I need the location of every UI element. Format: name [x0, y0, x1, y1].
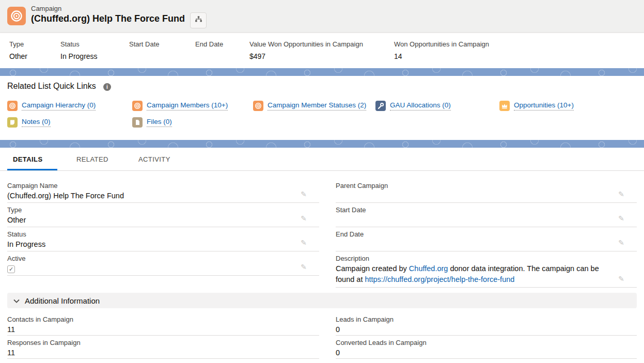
field-label: Converted Leads in Campaign — [336, 336, 637, 346]
field-value: In Progress — [7, 238, 319, 248]
related-list-quick-links-card: Related List Quick Links i Campaign Hier… — [0, 76, 644, 140]
field-label: End Date — [336, 227, 637, 238]
edit-pencil-icon[interactable]: ✎ — [301, 214, 307, 223]
field-label: Parent Campaign — [336, 179, 637, 190]
active-tab-underline — [7, 169, 57, 170]
field-value: 0 — [336, 346, 637, 357]
highlight-start-date: Start Date — [129, 40, 160, 52]
quicklink-notes[interactable]: Notes (0) — [7, 117, 51, 128]
quicklink-campaign-hierarchy[interactable]: Campaign Hierarchy (0) — [7, 101, 96, 111]
field-end-date: End Date ✎ — [336, 227, 637, 251]
field-label: Leads in Campaign — [336, 312, 637, 323]
quicklink-label[interactable]: Notes (0) — [22, 118, 51, 127]
campaign-icon — [132, 101, 143, 111]
decorative-pattern-strip — [0, 140, 644, 148]
field-leads-in-campaign: Leads in Campaign 0 — [336, 312, 637, 336]
quicklink-label[interactable]: Opportunities (10+) — [514, 101, 574, 111]
field-label: Status — [7, 227, 319, 238]
field-responses-in-campaign: Responses in Campaign 11 — [7, 336, 319, 359]
tab-activity[interactable]: ACTIVITY — [138, 148, 170, 171]
field-value: (Chuffed.org) Help The Force Fund — [7, 190, 319, 200]
highlight-type: Type Other — [9, 40, 27, 60]
field-label: Start Date — [336, 203, 637, 214]
quicklink-label[interactable]: Campaign Member Statuses (2) — [268, 101, 366, 111]
highlight-value-won-opportunities: Value Won Opportunities in Campaign $497 — [249, 40, 363, 60]
campaign-icon — [253, 101, 263, 111]
highlight-value: Other — [9, 52, 27, 60]
note-icon — [7, 117, 18, 128]
highlight-label: Won Opportunities in Campaign — [394, 40, 489, 48]
field-value: Other — [7, 214, 319, 224]
field-value — [336, 238, 637, 240]
additional-information-section-header[interactable]: Additional Information — [7, 293, 637, 308]
campaign-record-page: Campaign (Chuffed.org) Help The Force Fu… — [0, 0, 644, 363]
section-title: Additional Information — [25, 296, 100, 305]
additional-left-column: Contacts in Campaign 11 Responses in Cam… — [7, 312, 319, 359]
field-value: 11 — [7, 346, 319, 357]
field-label: Active — [7, 251, 319, 262]
edit-pencil-icon[interactable]: ✎ — [301, 239, 307, 247]
field-description: Description Campaign created by Chuffed.… — [336, 251, 637, 288]
campaign-hierarchy-button[interactable] — [190, 12, 207, 28]
chevron-down-icon — [13, 296, 20, 305]
field-value — [336, 190, 637, 192]
crown-icon — [499, 101, 510, 111]
field-label: Description — [336, 251, 637, 262]
wrench-icon — [375, 101, 386, 111]
details-left-column: Campaign Name (Chuffed.org) Help The For… — [7, 179, 319, 276]
active-checkbox[interactable]: ✓ — [7, 265, 15, 273]
quicklink-label[interactable]: Files (0) — [147, 118, 172, 127]
highlight-status: Status In Progress — [60, 40, 98, 60]
quicklink-campaign-member-statuses[interactable]: Campaign Member Statuses (2) — [253, 101, 366, 111]
field-active: Active ✓ ✎ — [7, 251, 319, 276]
highlight-label: End Date — [195, 40, 223, 48]
info-icon[interactable]: i — [103, 83, 111, 91]
quicklink-label[interactable]: Campaign Hierarchy (0) — [22, 101, 96, 111]
highlight-value: In Progress — [60, 52, 98, 60]
campaign-icon — [7, 7, 26, 25]
quicklink-label[interactable]: Campaign Members (10+) — [147, 101, 228, 111]
edit-pencil-icon[interactable]: ✎ — [618, 214, 624, 223]
tab-bar: DETAILS RELATED ACTIVITY — [0, 148, 644, 171]
campaign-url-link[interactable]: https://chuffed.org/project/help-the-for… — [365, 275, 514, 283]
chuffed-org-link[interactable]: Chuffed.org — [409, 264, 448, 273]
highlight-won-opportunities: Won Opportunities in Campaign 14 — [394, 40, 489, 60]
field-type: Type Other ✎ — [7, 203, 319, 227]
checkbox-check-icon: ✓ — [9, 266, 13, 272]
highlights-panel: Type Other Status In Progress Start Date… — [0, 33, 644, 68]
highlight-label: Start Date — [129, 40, 160, 48]
highlight-label: Type — [9, 40, 27, 48]
edit-pencil-icon[interactable]: ✎ — [301, 190, 307, 198]
quicklink-campaign-members[interactable]: Campaign Members (10+) — [132, 101, 228, 111]
record-detail-card: DETAILS RELATED ACTIVITY Campaign Name (… — [0, 148, 644, 363]
field-converted-leads-in-campaign: Converted Leads in Campaign 0 — [336, 336, 637, 359]
edit-pencil-icon[interactable]: ✎ — [618, 275, 624, 283]
field-campaign-name: Campaign Name (Chuffed.org) Help The For… — [7, 179, 319, 203]
edit-pencil-icon[interactable]: ✎ — [618, 190, 624, 198]
field-value: 11 — [7, 323, 319, 334]
description-text: Campaign created by — [336, 264, 409, 273]
campaign-icon — [7, 101, 18, 111]
hierarchy-icon — [195, 15, 202, 25]
field-start-date: Start Date ✎ — [336, 203, 637, 227]
field-value: 0 — [336, 323, 637, 334]
highlight-label: Value Won Opportunities in Campaign — [249, 40, 363, 48]
tab-related[interactable]: RELATED — [76, 148, 108, 171]
field-parent-campaign: Parent Campaign ✎ — [336, 179, 637, 203]
edit-pencil-icon[interactable]: ✎ — [618, 239, 624, 247]
quicklink-opportunities[interactable]: Opportunities (10+) — [499, 101, 574, 111]
details-right-column: Parent Campaign ✎ Start Date ✎ End Date … — [336, 179, 637, 288]
highlight-end-date: End Date — [195, 40, 223, 52]
highlight-label: Status — [60, 40, 98, 48]
quicklink-label[interactable]: GAU Allocations (0) — [390, 101, 451, 111]
edit-pencil-icon[interactable]: ✎ — [301, 263, 307, 271]
decorative-pattern-strip — [0, 68, 644, 76]
quicklink-gau-allocations[interactable]: GAU Allocations (0) — [375, 101, 451, 111]
quicklink-files[interactable]: Files (0) — [132, 117, 172, 128]
field-label: Type — [7, 203, 319, 214]
field-label: Responses in Campaign — [7, 336, 319, 346]
tab-details[interactable]: DETAILS — [13, 148, 42, 171]
field-status: Status In Progress ✎ — [7, 227, 319, 251]
field-label: Contacts in Campaign — [7, 312, 319, 323]
field-value — [336, 214, 637, 216]
